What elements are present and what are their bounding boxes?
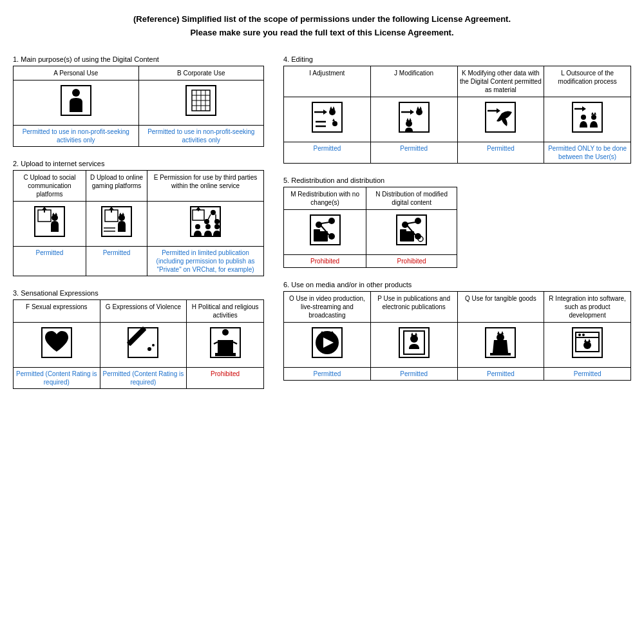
s5-col-n-icon	[366, 209, 457, 254]
s1-col-a-header: A Personal Use	[14, 66, 139, 80]
svg-rect-93	[400, 231, 414, 242]
right-column: 4. Editing I Adjustment J Modification K…	[283, 55, 631, 393]
s3-col-g-header: G Expressions of Violence	[100, 299, 187, 322]
s6-col-p-icon	[370, 322, 457, 367]
s2-col-c-status: Permitted	[14, 246, 86, 276]
section-2-title: 2. Upload to internet services	[13, 160, 264, 167]
s5-col-n-header: N Distribution of modified digital conte…	[366, 187, 457, 209]
s6-col-o-status: Permitted	[284, 367, 371, 380]
section-3: 3. Sensational Expressions F Sexual expr…	[13, 289, 264, 389]
svg-rect-60	[399, 102, 429, 132]
section-6: 6. Use on media and/or in other products…	[283, 281, 631, 381]
s6-col-q-icon	[457, 322, 544, 367]
s3-col-h-header: H Political and religious activities	[187, 299, 264, 322]
s4-col-j-icon	[370, 97, 457, 142]
svg-marker-24	[122, 213, 124, 215]
svg-marker-59	[332, 118, 335, 121]
svg-marker-78	[594, 112, 596, 115]
svg-point-76	[591, 115, 596, 120]
s3-col-h-status: Prohibited	[187, 367, 264, 388]
svg-point-33	[214, 219, 220, 224]
svg-point-115	[582, 334, 585, 336]
s1-col-b-icon	[138, 80, 264, 125]
svg-point-82	[328, 233, 335, 240]
s5-col-m-icon	[284, 209, 366, 254]
svg-point-36	[195, 224, 200, 229]
svg-point-89	[415, 218, 421, 224]
s1-col-a-status: Permitted to use in non-profit-seeking a…	[14, 125, 139, 146]
svg-rect-50	[312, 102, 342, 132]
section-6-title: 6. Use on media and/or in other products	[283, 281, 631, 289]
svg-rect-46	[218, 340, 233, 353]
svg-marker-62	[410, 109, 414, 115]
svg-marker-65	[419, 106, 422, 109]
s4-col-l-status: Permitted ONLY to be done between the Us…	[544, 142, 631, 163]
s5-col-m-header: M Redistribution with no change(s)	[284, 187, 366, 209]
section-2: 2. Upload to internet services C Upload …	[13, 160, 264, 276]
svg-marker-23	[119, 213, 122, 215]
s5-col-m-status: Prohibited	[284, 254, 366, 267]
section-3-title: 3. Sensational Expressions	[13, 289, 264, 297]
svg-rect-85	[314, 231, 328, 242]
svg-marker-54	[330, 106, 332, 109]
section-1-table: A Personal Use B Corporate Use	[13, 66, 264, 147]
svg-rect-72	[573, 102, 602, 132]
s3-col-f-icon	[14, 322, 100, 367]
s2-col-d-header: D Upload to online gaming platforms	[86, 170, 147, 201]
svg-point-107	[497, 334, 504, 341]
svg-point-81	[328, 218, 335, 224]
svg-marker-71	[497, 108, 500, 113]
s6-col-o-icon	[284, 322, 371, 367]
s4-col-k-icon	[457, 97, 544, 142]
svg-point-66	[406, 120, 412, 127]
left-column: 1. Main purpose(s) of using the Digital …	[13, 55, 264, 402]
s2-col-e-status: Permitted in limited publication (includ…	[147, 246, 264, 276]
section-5-title: 5. Redistribution and distribution	[283, 176, 631, 184]
s4-col-i-icon	[284, 97, 371, 142]
s3-col-f-header: F Sexual expressions	[14, 299, 100, 322]
svg-point-38	[214, 224, 220, 229]
svg-line-83	[321, 222, 329, 223]
svg-point-22	[118, 214, 125, 221]
svg-marker-16	[52, 213, 55, 215]
svg-point-116	[583, 341, 591, 349]
section-5: 5. Redistribution and distribution M Red…	[283, 176, 631, 268]
svg-marker-105	[415, 332, 417, 336]
s3-col-h-icon	[187, 322, 264, 367]
section-2-table: C Upload to social communication platfor…	[13, 170, 264, 276]
s1-col-b-status: Permitted to use in non-profit-seeking a…	[138, 125, 264, 146]
page-title: (Reference) Simplified list of the scope…	[13, 13, 631, 40]
svg-point-103	[410, 335, 418, 343]
svg-marker-68	[409, 118, 412, 121]
svg-marker-104	[411, 332, 413, 336]
svg-point-114	[578, 334, 581, 336]
svg-point-88	[402, 222, 408, 228]
s1-col-a-icon	[14, 80, 139, 125]
s6-col-r-header: R Integration into software, such as pro…	[544, 291, 631, 322]
s4-col-k-status: Permitted	[457, 142, 544, 163]
svg-point-75	[581, 115, 586, 120]
svg-point-45	[222, 329, 229, 336]
s2-col-e-icon	[147, 201, 264, 246]
svg-point-37	[205, 224, 211, 229]
svg-point-15	[52, 214, 58, 221]
svg-point-1	[72, 89, 80, 97]
s4-col-k-header: K Modifying other data with the Digital …	[457, 66, 544, 97]
s6-col-q-header: Q Use for tangible goods	[457, 291, 544, 322]
svg-point-32	[204, 219, 209, 224]
s2-col-d-status: Permitted	[86, 246, 147, 276]
s3-col-g-status: Permitted (Content Rating is required)	[100, 367, 187, 388]
svg-marker-117	[584, 339, 587, 342]
svg-marker-55	[332, 106, 335, 109]
s4-col-l-header: L Outsource of the modification process	[544, 66, 631, 97]
svg-marker-108	[497, 331, 500, 334]
svg-point-63	[416, 109, 422, 115]
svg-marker-52	[323, 109, 327, 115]
svg-rect-47	[215, 353, 236, 356]
s6-col-r-status: Permitted	[544, 367, 631, 380]
svg-rect-110	[490, 353, 511, 355]
s2-col-c-header: C Upload to social communication platfor…	[14, 170, 86, 201]
svg-rect-94	[400, 229, 406, 232]
svg-marker-17	[55, 213, 57, 215]
svg-line-49	[233, 342, 237, 344]
